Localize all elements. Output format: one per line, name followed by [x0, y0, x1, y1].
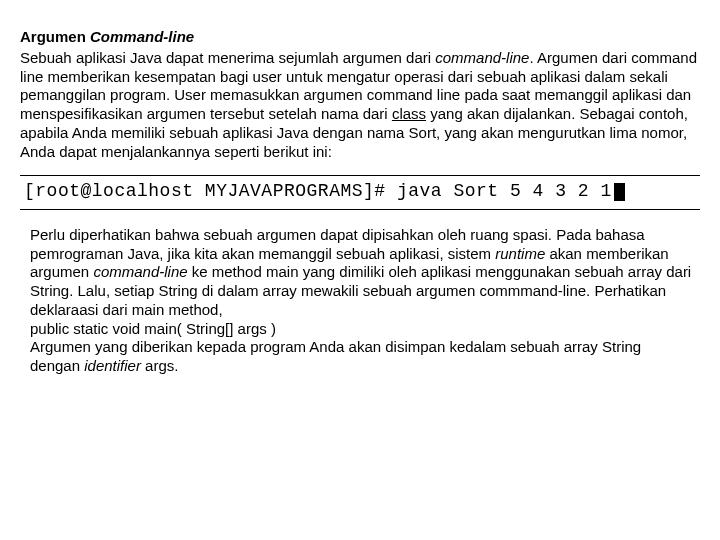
p2-commandline-italic: command-line [93, 263, 187, 280]
p2-identifier-italic: identifier [84, 357, 141, 374]
cursor-icon [614, 183, 625, 201]
p1-class-underline: class [392, 105, 426, 122]
terminal-text: [root@localhost MYJAVAPROGRAMS]# java So… [24, 181, 612, 201]
heading-prefix: Argumen [20, 28, 90, 45]
p1-commandline-italic: command-line [435, 49, 529, 66]
p1-text-a: Sebuah aplikasi Java dapat menerima seju… [20, 49, 435, 66]
heading-command: Command-line [90, 28, 194, 45]
p2-runtime-italic: runtime [495, 245, 545, 262]
paragraph-1: Sebuah aplikasi Java dapat menerima seju… [20, 49, 700, 162]
terminal-line: [root@localhost MYJAVAPROGRAMS]# java So… [20, 176, 700, 209]
p2-code-line: public static void main( String[] args ) [30, 320, 276, 337]
paragraph-2: Perlu diperhatikan bahwa sebuah argumen … [20, 226, 700, 376]
p2-text-e: args. [141, 357, 179, 374]
document-page: Argumen Command-line Sebuah aplikasi Jav… [0, 0, 720, 376]
terminal-block: [root@localhost MYJAVAPROGRAMS]# java So… [20, 175, 700, 210]
heading: Argumen Command-line [20, 28, 700, 47]
